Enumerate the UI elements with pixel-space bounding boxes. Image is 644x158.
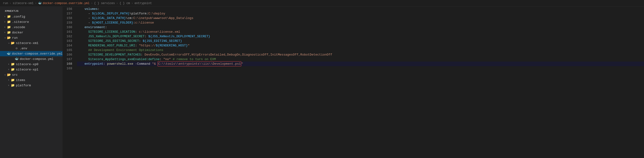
code-line-156: volumes: — [77, 7, 644, 11]
sidebar-label-docker-override: docker-compose.override.yml — [12, 52, 62, 56]
folder-icon-src: 📂 — [7, 73, 11, 77]
arrow-sitecore: › — [3, 21, 7, 23]
sidebar-label-docker-compose: docker-compose.yml — [20, 57, 62, 61]
breadcrumb: run › sitecore-xm1 › 🐳 docker-compose.ov… — [0, 0, 644, 7]
breadcrumb-cm[interactable]: { } cm — [120, 2, 130, 5]
code-line-169 — [77, 66, 644, 71]
breadcrumb-sep-5: › — [131, 2, 133, 5]
code-line-163: SITECORE_JSS_EDITING_SECRET: ${JSS_EDITI… — [77, 39, 644, 43]
breadcrumb-sep-4: › — [116, 2, 118, 5]
sidebar-item-platform[interactable]: › 📁 platform — [0, 83, 62, 88]
arrow-platform: › — [7, 84, 10, 87]
sidebar-item-sitecore-xp1[interactable]: › 📁 sitecore-xp1 — [0, 67, 62, 72]
sidebar-label-vscode: .vscode — [12, 26, 62, 29]
sidebar-item-docker-compose[interactable]: › 🐳 docker-compose.yml — [0, 56, 62, 62]
code-line-165: ## Development Environment Optimizations — [77, 48, 644, 52]
arrow-vscode: › — [3, 26, 7, 28]
folder-icon-vscode: 📁 — [7, 25, 11, 29]
gear-icon-env: ⚙ — [14, 46, 19, 50]
docker-icon-compose: 🐳 — [14, 57, 19, 61]
sidebar-label-config: .config — [12, 15, 62, 18]
folder-icon-run: 📂 — [7, 36, 11, 40]
folder-icon-sitecore-xm1: 📂 — [10, 41, 15, 45]
sidebar: XMNEXTJS › 📁 .config › 📁 .sitecore › 📁 .… — [0, 7, 62, 158]
arrow-sitecore-xm1: › — [8, 41, 10, 45]
code-line-159: - ${HOST_LICENSE_FOLDER}:c:\license — [77, 20, 644, 25]
code-line-164: RENDERING_HOST_PUBLIC_URI: "https://${RE… — [77, 43, 644, 48]
sidebar-title: XMNEXTJS — [0, 8, 62, 14]
arrow-sitecore-xp1: › — [7, 68, 10, 71]
sidebar-item-docker-compose-override[interactable]: › 🐳 docker-compose.override.yml — [0, 51, 62, 56]
sidebar-label-src: src — [12, 73, 62, 77]
editor-content: 156 157 158 159 160 161 162 163 164 165 … — [62, 7, 644, 158]
sidebar-label-sitecore-xp0: sitecore-xp0 — [16, 62, 62, 66]
sidebar-label-run: run — [12, 36, 62, 40]
breadcrumb-filename[interactable]: docker-compose.override.yml — [42, 2, 89, 5]
breadcrumb-docker-icon: 🐳 — [38, 2, 42, 5]
highlight-entrypoint-path: C:\\tools\\entrypoints\\iis\\Development… — [158, 61, 241, 66]
breadcrumb-sep-2: › — [35, 2, 36, 5]
breadcrumb-entrypoint[interactable]: entrypoint — [134, 2, 152, 5]
breadcrumb-sep-1: › — [10, 2, 11, 5]
code-line-166: SITECORE_DEVELOPMENT_PATCHES: DevEnvOn,C… — [77, 52, 644, 57]
code-line-162: JSS_XmNextJs_DEPLOYMENT_SECRET: ${JSS_Xm… — [77, 34, 644, 39]
folder-icon-platform: 📁 — [10, 84, 15, 87]
sidebar-item-run[interactable]: › 📂 run — [0, 35, 62, 40]
sidebar-item-env[interactable]: › ⚙ .env — [0, 46, 62, 51]
code-line-161: SITECORE_LICENSE_LOCATION: c:\license\li… — [77, 30, 644, 34]
arrow-docker: › — [3, 31, 7, 34]
code-lines[interactable]: volumes: - ${LOCAL_DEPLOY_PATH}\platform… — [75, 7, 644, 158]
arrow-config: › — [3, 16, 7, 18]
folder-icon-sitecore: 📁 — [7, 20, 11, 24]
sidebar-item-sitecore-xp0[interactable]: › 📁 sitecore-xp0 — [0, 62, 62, 67]
code-line-157: - ${LOCAL_DEPLOY_PATH}\platform:C:\deplo… — [77, 11, 644, 16]
breadcrumb-run[interactable]: run — [3, 2, 8, 5]
sidebar-item-vscode[interactable]: › 📁 .vscode — [0, 24, 62, 30]
sidebar-label-items: items — [16, 78, 62, 82]
sidebar-item-items[interactable]: › 📁 items — [0, 78, 62, 83]
sidebar-item-src[interactable]: › 📂 src — [0, 72, 62, 78]
sidebar-label-sitecore-xp1: sitecore-xp1 — [16, 68, 62, 72]
sidebar-item-sitecore-xm1[interactable]: › 📂 sitecore-xm1 — [0, 40, 62, 46]
sidebar-item-docker[interactable]: › 📁 docker — [0, 30, 62, 35]
arrow-run: › — [4, 36, 6, 40]
docker-icon-override: 🐳 — [6, 52, 11, 56]
arrow-src: › — [4, 73, 6, 77]
breadcrumb-sep-3: › — [91, 2, 92, 5]
sidebar-item-config[interactable]: › 📁 .config — [0, 14, 62, 19]
arrow-sitecore-xp0: › — [7, 63, 10, 66]
sidebar-label-env: .env — [20, 47, 62, 50]
sidebar-item-sitecore[interactable]: › 📁 .sitecore — [0, 19, 62, 24]
sidebar-label-docker: docker — [12, 31, 62, 34]
folder-icon-config: 📁 — [7, 15, 11, 18]
main-area: XMNEXTJS › 📁 .config › 📁 .sitecore › 📁 .… — [0, 7, 644, 158]
editor-area: 156 157 158 159 160 161 162 163 164 165 … — [62, 7, 644, 158]
sidebar-label-sitecore-xm1: sitecore-xm1 — [16, 41, 62, 45]
breadcrumb-services[interactable]: { } services — [94, 2, 115, 5]
sidebar-label-sitecore: .sitecore — [12, 20, 62, 24]
breadcrumb-sitecore-xm1[interactable]: sitecore-xm1 — [13, 2, 34, 5]
folder-icon-sitecore-xp0: 📁 — [10, 62, 15, 66]
folder-icon-docker: 📁 — [7, 30, 11, 34]
folder-icon-sitecore-xp1: 📁 — [10, 68, 15, 72]
sidebar-label-platform: platform — [16, 84, 62, 87]
code-line-167: Sitecore_AppSettings_exmEnabled:define: … — [77, 57, 644, 62]
folder-icon-items: 📁 — [10, 78, 15, 82]
line-numbers: 156 157 158 159 160 161 162 163 164 165 … — [62, 7, 75, 158]
code-line-160: environment: — [77, 25, 644, 30]
code-line-168: entrypoint: powershell.exe -Command "& C… — [77, 62, 644, 66]
arrow-items: › — [7, 79, 10, 82]
code-line-158: - ${LOCAL_DATA_PATH}\cm:C:\inetpub\wwwro… — [77, 16, 644, 20]
